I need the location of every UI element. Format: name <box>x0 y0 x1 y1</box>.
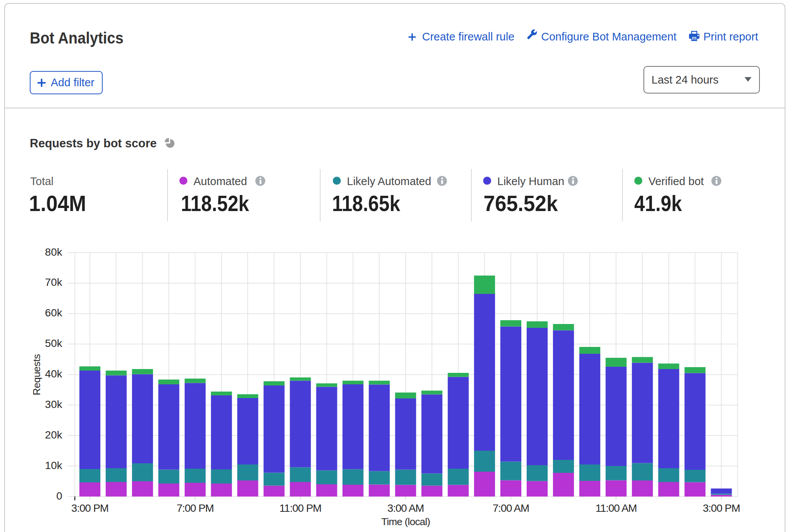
svg-text:10k: 10k <box>45 459 63 471</box>
svg-text:11:00 AM: 11:00 AM <box>595 502 637 514</box>
svg-text:20k: 20k <box>45 429 63 441</box>
svg-text:60k: 60k <box>45 307 63 319</box>
svg-text:30k: 30k <box>45 398 63 410</box>
svg-text:Time (local): Time (local) <box>381 516 430 527</box>
svg-text:50k: 50k <box>45 337 63 349</box>
svg-text:7:00 PM: 7:00 PM <box>177 502 214 514</box>
svg-text:0: 0 <box>56 490 62 502</box>
svg-text:3:00 PM: 3:00 PM <box>71 502 108 514</box>
svg-text:80k: 80k <box>45 246 63 258</box>
svg-text:70k: 70k <box>45 276 63 288</box>
svg-text:3:00 PM: 3:00 PM <box>703 502 740 514</box>
svg-text:11:00 PM: 11:00 PM <box>279 502 321 514</box>
svg-text:3:00 AM: 3:00 AM <box>387 502 424 514</box>
svg-text:40k: 40k <box>45 368 63 380</box>
svg-text:Requests: Requests <box>31 354 42 395</box>
svg-text:7:00 AM: 7:00 AM <box>493 502 529 514</box>
